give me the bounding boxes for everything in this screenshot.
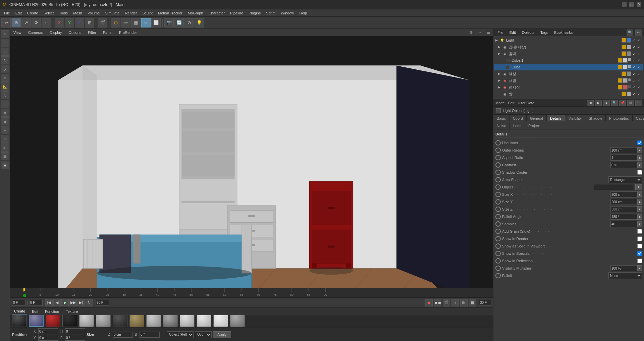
live-select-button[interactable]: ⊕: [11, 18, 21, 27]
drawer-visible[interactable]: ✓: [633, 79, 637, 82]
go-to-start-button[interactable]: |◀: [45, 299, 53, 306]
cube-visible[interactable]: ✓: [633, 65, 637, 69]
menu-create[interactable]: Create: [24, 10, 41, 16]
object-row-light[interactable]: ▶ 💡 Light ✓ ✓: [494, 37, 643, 44]
rotation-h-field[interactable]: [65, 328, 85, 334]
tab-create[interactable]: Create: [12, 308, 27, 315]
objects-objects-tab[interactable]: Objects: [520, 30, 536, 35]
lt-select[interactable]: ↖: [1, 30, 9, 38]
menu-file[interactable]: File: [1, 10, 13, 16]
lt-deformer[interactable]: ◈: [1, 109, 9, 117]
motion-clip-btn[interactable]: 🎬: [443, 299, 450, 306]
tab-function[interactable]: Function: [43, 309, 61, 314]
material-item-mat9[interactable]: Mat.9: [79, 315, 94, 328]
play-fwd-button[interactable]: ▶▶: [69, 299, 77, 306]
samples-step-up[interactable]: ▲: [637, 221, 642, 227]
light-render[interactable]: ✓: [637, 39, 642, 42]
record-all-btn[interactable]: ⏺⏺: [434, 299, 441, 306]
go-to-end-button[interactable]: ▶|: [77, 299, 85, 306]
objects-tags-tab[interactable]: Tags: [538, 30, 550, 35]
material-item-mat1[interactable]: Mat.1: [213, 315, 228, 328]
light-visible[interactable]: ✓: [633, 39, 637, 42]
x-axis-button[interactable]: X: [55, 18, 64, 27]
start-frame-field[interactable]: 0 F: [29, 300, 43, 306]
show-specular-checkbox[interactable]: [637, 251, 642, 256]
lt-array[interactable]: ⋮: [1, 100, 9, 108]
lt-null[interactable]: ◎: [1, 144, 9, 152]
menu-mograph[interactable]: MoGraph: [185, 10, 206, 16]
tab-edit[interactable]: Edit: [30, 309, 40, 314]
size-z-step-up[interactable]: ▲: [637, 206, 642, 212]
falloff-angle-field[interactable]: [610, 214, 637, 220]
cube1-visible[interactable]: ✓: [633, 59, 637, 62]
rotation-p-field[interactable]: [65, 335, 85, 341]
object-row-drawer[interactable]: ▶ ◉ 서람 ✓ ✓: [494, 77, 643, 84]
props-up-btn[interactable]: ▲: [603, 100, 610, 106]
tab-visibility[interactable]: Visibility: [565, 115, 586, 121]
object-rel-dropdown[interactable]: Object (Rel) World: [167, 331, 194, 338]
sound-btn[interactable]: ♪: [451, 299, 459, 306]
display-render[interactable]: ✓: [637, 86, 642, 89]
room-visible[interactable]: ✓: [633, 92, 637, 96]
menu-script[interactable]: Script: [263, 10, 278, 16]
vp-display[interactable]: Display: [48, 30, 64, 35]
viewport[interactable]: [10, 36, 493, 288]
material-item-mat4[interactable]: Mat.4: [163, 315, 178, 328]
z-axis-button[interactable]: Z: [75, 18, 84, 27]
show-solid-checkbox[interactable]: [637, 244, 642, 248]
menu-pipeline[interactable]: Pipeline: [227, 10, 246, 16]
tab-texture[interactable]: Texture: [64, 309, 80, 314]
render-button[interactable]: 🔄: [174, 18, 184, 27]
lt-knife[interactable]: ✂: [1, 126, 9, 134]
loop-button[interactable]: ↻: [86, 299, 93, 306]
vp-cameras[interactable]: Cameras: [26, 30, 45, 35]
timeline-ruler[interactable]: 0 5 10 15 20 25 30 35 40 45 50: [10, 288, 493, 297]
falloff-dropdown[interactable]: None Linear Inverse Square: [608, 272, 642, 279]
samples-field[interactable]: [610, 221, 637, 227]
vp-icon-3[interactable]: ☰: [486, 30, 492, 35]
object-field[interactable]: [594, 184, 634, 190]
fps-field[interactable]: 30 F: [479, 300, 491, 306]
position-x-field[interactable]: [38, 328, 58, 334]
lt-misc[interactable]: ▣: [1, 161, 9, 169]
current-frame-field[interactable]: 0 F: [12, 300, 25, 306]
shadow-caster-checkbox[interactable]: [637, 170, 642, 175]
vp-icon-2[interactable]: ↔: [477, 30, 483, 35]
object-row-cube[interactable]: ⬛ Cube ✓ ✓: [494, 64, 643, 70]
material-item-mat3[interactable]: Mat.3: [180, 315, 195, 328]
menu-help[interactable]: Help: [297, 10, 310, 16]
interactive-render-button[interactable]: ⊙: [184, 18, 194, 27]
move-button[interactable]: ↗: [21, 18, 31, 27]
scale-button[interactable]: ↔: [42, 18, 51, 27]
tab-basic[interactable]: Basic: [493, 115, 509, 121]
props-options-btn[interactable]: ⋯: [635, 100, 642, 106]
y-axis-button[interactable]: Y: [65, 18, 74, 27]
contrast-step-up[interactable]: ▲: [637, 162, 642, 168]
material-item-mat10[interactable]: Mat.10: [62, 315, 77, 328]
tab-photometric[interactable]: Photometric: [606, 115, 633, 121]
menu-render[interactable]: Render: [122, 10, 140, 16]
show-reflection-checkbox[interactable]: [637, 259, 642, 263]
lt-rotate[interactable]: ↻: [1, 56, 9, 64]
tab-coord[interactable]: Coord: [509, 115, 527, 121]
menu-window[interactable]: Window: [278, 10, 297, 16]
subtab-noise[interactable]: Noise: [493, 123, 510, 129]
material-item-mat7[interactable]: Mat.7: [113, 315, 127, 328]
falloff-angle-step-up[interactable]: ▲: [637, 214, 642, 220]
props-next-btn[interactable]: ▶: [595, 100, 602, 106]
material-item-mat8[interactable]: Mat.8: [96, 315, 111, 328]
props-prev-btn[interactable]: ◀: [587, 100, 594, 106]
minimize-button[interactable]: ─: [622, 2, 627, 7]
menu-edit[interactable]: Edit: [13, 10, 24, 16]
contrast-field[interactable]: [610, 162, 637, 168]
area-shape-dropdown[interactable]: Rectangle Disc Sphere: [608, 176, 642, 183]
material-item-mat2[interactable]: Mat.2: [197, 315, 211, 328]
outer-radius-field[interactable]: [610, 147, 637, 153]
material-item-mat13[interactable]: Mat.13: [12, 315, 27, 328]
menu-plugins[interactable]: Plugins: [246, 10, 263, 16]
size-x-step-up[interactable]: ▲: [637, 191, 642, 197]
desk-visible[interactable]: ✓: [633, 72, 637, 76]
lt-magnet[interactable]: ⊕: [1, 74, 9, 82]
material-item-mat[interactable]: Mat: [230, 315, 245, 328]
bedraw-render[interactable]: ✓: [637, 45, 642, 49]
